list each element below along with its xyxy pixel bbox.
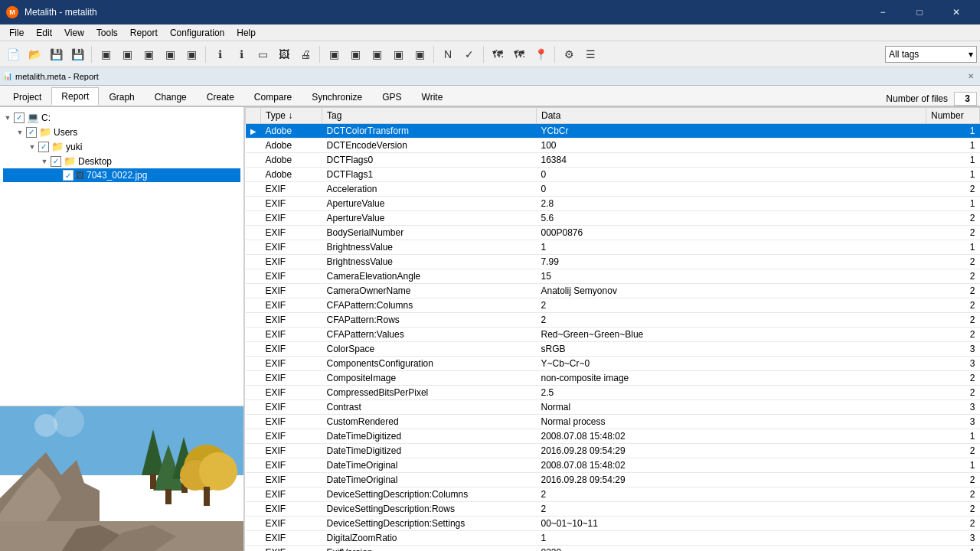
- tree-item-desktop[interactable]: ▼ 📁 Desktop: [3, 154, 240, 168]
- tree-item-c[interactable]: ▼ 💻 C:: [3, 110, 240, 125]
- table-row[interactable]: AdobeDCTEncodeVersion1001: [246, 139, 980, 153]
- menu-view[interactable]: View: [58, 26, 90, 40]
- table-row[interactable]: EXIFDateTimeDigitized2016.09.28 09:54:29…: [246, 444, 980, 458]
- checkbox-c[interactable]: [14, 112, 24, 123]
- table-row[interactable]: EXIFBrightnessValue7.992: [246, 255, 980, 269]
- toolbar-print[interactable]: 🖨: [296, 44, 315, 64]
- table-row[interactable]: EXIFExifVersion02201: [246, 546, 980, 552]
- checkbox-yuki[interactable]: [38, 142, 49, 152]
- table-row[interactable]: EXIFBrightnessValue11: [246, 240, 980, 255]
- table-row[interactable]: EXIFComponentsConfigurationY~Cb~Cr~03: [246, 357, 980, 371]
- toolbar-new[interactable]: 📄: [3, 44, 23, 64]
- tab-compare[interactable]: Compare: [244, 87, 302, 106]
- table-row[interactable]: EXIFDigitalZoomRatio13: [246, 531, 980, 546]
- toolbar-settings2[interactable]: ☰: [580, 44, 600, 64]
- table-row[interactable]: EXIFCFAPattern:ValuesRed~Green~Green~Blu…: [246, 328, 980, 342]
- toolbar-btn-17[interactable]: ▣: [367, 44, 387, 64]
- toolbar-saveas[interactable]: 💾: [67, 44, 87, 64]
- table-row[interactable]: EXIFDateTimeOriginal2016.09.28 09:54:292: [246, 473, 980, 487]
- toolbar-geo1[interactable]: 🗺: [488, 44, 508, 64]
- checkbox-file[interactable]: [63, 170, 74, 181]
- tab-write[interactable]: Write: [412, 87, 453, 106]
- tags-dropdown[interactable]: All tags ▾: [885, 46, 977, 63]
- table-row[interactable]: EXIFContrastNormal3: [246, 400, 980, 415]
- table-row[interactable]: EXIFCustomRenderedNormal process3: [246, 415, 980, 429]
- table-row[interactable]: EXIFCameraOwnerNameAnatolij Semyonov2: [246, 284, 980, 298]
- cell-tag: DCTFlags1: [322, 168, 537, 182]
- table-row[interactable]: EXIFCFAPattern:Rows22: [246, 313, 980, 328]
- toolbar-marker-n[interactable]: N: [438, 44, 458, 64]
- table-row[interactable]: EXIFCameraElevationAngle152: [246, 269, 980, 284]
- tab-graph[interactable]: Graph: [99, 87, 144, 106]
- menu-tools[interactable]: Tools: [90, 26, 124, 40]
- toolbar-btn-18[interactable]: ▣: [388, 44, 408, 64]
- close-button[interactable]: ✕: [939, 0, 974, 24]
- tab-report[interactable]: Report: [51, 87, 99, 106]
- minimize-button[interactable]: −: [865, 0, 900, 24]
- toolbar-open[interactable]: 📂: [24, 44, 44, 64]
- cell-tag: Contrast: [322, 400, 537, 415]
- tab-synchronize[interactable]: Synchronize: [302, 87, 372, 106]
- toolbar-save[interactable]: 💾: [46, 44, 66, 64]
- cell-type: EXIF: [261, 357, 322, 371]
- tab-gps[interactable]: GPS: [372, 87, 411, 106]
- checkbox-users[interactable]: [26, 127, 37, 138]
- doc-tab-title[interactable]: metalith.meta - Report: [15, 72, 965, 81]
- tab-change[interactable]: Change: [145, 87, 197, 106]
- toolbar-image[interactable]: 🖼: [274, 44, 294, 64]
- toolbar-btn-6[interactable]: ▣: [117, 44, 137, 64]
- col-number-header[interactable]: Number: [926, 108, 980, 124]
- checkbox-desktop[interactable]: [51, 156, 61, 167]
- table-row[interactable]: EXIFDeviceSettingDescription:Columns22: [246, 487, 980, 502]
- table-scroll[interactable]: Type ↓ Tag Data Number ▶AdobeD: [245, 107, 980, 551]
- table-row[interactable]: EXIFCompressedBitsPerPixel2.52: [246, 386, 980, 400]
- col-type-header[interactable]: Type ↓: [261, 108, 322, 124]
- toolbar-view[interactable]: ▭: [253, 44, 273, 64]
- table-row[interactable]: EXIFCompositeImagenon-composite image2: [246, 371, 980, 386]
- tree-item-file[interactable]: 🖼 7043_0022.jpg: [3, 168, 240, 182]
- tab-project[interactable]: Project: [3, 87, 51, 106]
- col-tag-header[interactable]: Tag: [322, 108, 537, 124]
- menu-help[interactable]: Help: [230, 26, 262, 40]
- table-row[interactable]: ▶AdobeDCTColorTransformYCbCr1: [246, 124, 980, 139]
- toolbar-btn-5[interactable]: ▣: [96, 44, 116, 64]
- toolbar-btn-19[interactable]: ▣: [410, 44, 430, 64]
- row-indicator: [246, 458, 261, 473]
- toolbar-info2[interactable]: ℹ: [231, 44, 251, 64]
- table-row[interactable]: AdobeDCTFlags0163841: [246, 153, 980, 168]
- table-row[interactable]: EXIFDeviceSettingDescription:Rows22: [246, 502, 980, 517]
- toolbar-btn-8[interactable]: ▣: [160, 44, 180, 64]
- table-row[interactable]: EXIFDateTimeDigitized2008.07.08 15:48:02…: [246, 429, 980, 444]
- toolbar-btn-9[interactable]: ▣: [181, 44, 201, 64]
- table-row[interactable]: AdobeDCTFlags101: [246, 168, 980, 182]
- table-row[interactable]: EXIFBodySerialNumber000P08762: [246, 226, 980, 240]
- menu-edit[interactable]: Edit: [30, 26, 58, 40]
- file-tree[interactable]: ▼ 💻 C: ▼ 📁 Users ▼ 📁 yuki ▼: [0, 107, 243, 406]
- toolbar-btn-16[interactable]: ▣: [345, 44, 365, 64]
- toolbar-settings[interactable]: ⚙: [559, 44, 579, 64]
- toolbar-geo3[interactable]: 📍: [531, 44, 550, 64]
- table-row[interactable]: EXIFApertureValue5.62: [246, 211, 980, 226]
- tab-create[interactable]: Create: [197, 87, 244, 106]
- toolbar-info[interactable]: ℹ: [210, 44, 230, 64]
- table-row[interactable]: EXIFDeviceSettingDescription:Settings00~…: [246, 517, 980, 531]
- cell-number: 2: [926, 444, 980, 458]
- tree-item-users[interactable]: ▼ 📁 Users: [3, 125, 240, 139]
- table-row[interactable]: EXIFApertureValue2.81: [246, 197, 980, 211]
- maximize-button[interactable]: □: [902, 0, 937, 24]
- tree-item-yuki[interactable]: ▼ 📁 yuki: [3, 139, 240, 154]
- toolbar-btn-7[interactable]: ▣: [139, 44, 158, 64]
- table-row[interactable]: EXIFDateTimeOriginal2008.07.08 15:48:021: [246, 458, 980, 473]
- col-data-header[interactable]: Data: [537, 108, 926, 124]
- table-row[interactable]: EXIFCFAPattern:Columns22: [246, 298, 980, 313]
- toolbar-btn-15[interactable]: ▣: [324, 44, 344, 64]
- cell-tag: DigitalZoomRatio: [322, 531, 537, 546]
- doc-tab-close[interactable]: ✕: [965, 70, 977, 83]
- toolbar-marker-check[interactable]: ✓: [459, 44, 479, 64]
- table-row[interactable]: EXIFAcceleration02: [246, 182, 980, 197]
- menu-file[interactable]: File: [3, 26, 30, 40]
- menu-report[interactable]: Report: [124, 26, 164, 40]
- menu-configuration[interactable]: Configuration: [164, 26, 230, 40]
- table-row[interactable]: EXIFColorSpacesRGB3: [246, 342, 980, 357]
- toolbar-geo2[interactable]: 🗺: [509, 44, 529, 64]
